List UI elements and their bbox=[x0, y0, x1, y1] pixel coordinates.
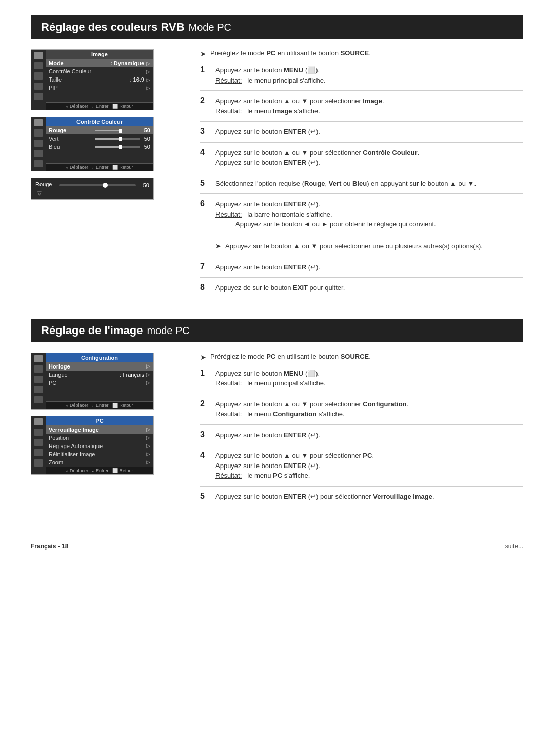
menu-row-reglage-auto: Réglage Automatique ▷ bbox=[46, 442, 153, 450]
section2-title: Réglage de l'image mode PC bbox=[31, 319, 523, 342]
menu-row-position: Position ▷ bbox=[46, 434, 153, 442]
section2-prereq: ➤ Préréglez le mode PC en utilisant le b… bbox=[200, 353, 523, 361]
section1-title-mode: Mode PC bbox=[189, 22, 231, 33]
menu-couleur-footer: ⬦ Déplacer ↵ Entrer ⬜ Retour bbox=[46, 163, 153, 171]
page-footer-container: Français - 18 suite... bbox=[31, 527, 523, 550]
section2-image: Réglage de l'image mode PC Configuration bbox=[31, 319, 523, 512]
menu-image-screenshot: Image Mode : Dynamique ▷ Contrôle Couleu… bbox=[31, 49, 154, 110]
menu-config-title: Configuration bbox=[46, 353, 153, 362]
section2-title-mode: mode PC bbox=[147, 325, 189, 337]
menu-config-footer: ⬦ Déplacer ↵ Entrer ⬜ Retour bbox=[46, 401, 153, 409]
section1-body: Image Mode : Dynamique ▷ Contrôle Couleu… bbox=[31, 49, 523, 303]
section1-left: Image Mode : Dynamique ▷ Contrôle Couleu… bbox=[31, 49, 185, 303]
menu-row-vert: Vert 50 bbox=[46, 134, 153, 143]
step-1-5: 5 Sélectionnez l'option requise (Rouge, … bbox=[200, 179, 523, 195]
menu-pc-footer: ⬦ Déplacer ↵ Entrer ⬜ Retour bbox=[46, 467, 153, 474]
step-1-8: 8 Appuyez de sur le bouton EXIT pour qui… bbox=[200, 283, 523, 298]
step-1-7: 7 Appuyez sur le bouton ENTER (↵). bbox=[200, 262, 523, 278]
step-1-6: 6 Appuyez sur le bouton ENTER (↵). Résul… bbox=[200, 199, 523, 257]
menu-pc-screenshot: PC Verrouillage Image ▷ Position ▷ Régla… bbox=[31, 416, 154, 475]
menu-row-zoom: Zoom ▷ bbox=[46, 458, 153, 467]
menu-couleur-screenshot: Contrôle Couleur Rouge 50 bbox=[31, 117, 154, 171]
section2-left: Configuration Horloge ▷ Langue : Françai… bbox=[31, 353, 185, 512]
suite-text: suite... bbox=[505, 542, 523, 550]
step-1-1: 1 Appuyez sur le bouton MENU (⬜). Résult… bbox=[200, 65, 523, 91]
step-2-5: 5 Appuyez sur le bouton ENTER (↵) pour s… bbox=[200, 492, 523, 507]
section1-title-bold: Réglage des couleurs RVB bbox=[41, 21, 185, 34]
menu-row-controle: Contrôle Couleur ▷ bbox=[46, 67, 153, 75]
section2-right: ➤ Préréglez le mode PC en utilisant le b… bbox=[200, 353, 523, 512]
step-1-4: 4 Appuyez sur le bouton ▲ ou ▼ pour séle… bbox=[200, 148, 523, 173]
menu-row-mode: Mode : Dynamique ▷ bbox=[46, 59, 153, 67]
slider-screenshot: Rouge 50 ▽ bbox=[31, 178, 154, 200]
step-2-4: 4 Appuyez sur le bouton ▲ ou ▼ pour séle… bbox=[200, 451, 523, 487]
section2-body: Configuration Horloge ▷ Langue : Françai… bbox=[31, 353, 523, 512]
menu-config-screenshot: Configuration Horloge ▷ Langue : Françai… bbox=[31, 353, 154, 410]
step-1-2: 2 Appuyez sur le bouton ▲ ou ▼ pour séle… bbox=[200, 96, 523, 122]
menu-row-rouge: Rouge 50 bbox=[46, 126, 153, 134]
menu-image-title: Image bbox=[46, 50, 153, 59]
menu-row-bleu: Bleu 50 bbox=[46, 143, 153, 151]
menu-row-langue: Langue : Français ▷ bbox=[46, 371, 153, 379]
step-1-3: 3 Appuyez sur le bouton ENTER (↵). bbox=[200, 127, 523, 143]
section1-prereq: ➤ Préréglez le mode PC en utilisant le b… bbox=[200, 49, 523, 58]
slider-value: 50 bbox=[139, 182, 149, 188]
section1-right: ➤ Préréglez le mode PC en utilisant le b… bbox=[200, 49, 523, 303]
section1-rvb: Réglage des couleurs RVB Mode PC Image bbox=[31, 15, 523, 303]
page-footer-label: Français - 18 bbox=[31, 542, 68, 550]
menu-row-pc: PC ▷ bbox=[46, 379, 153, 387]
step-2-3: 3 Appuyez sur le bouton ENTER (↵). bbox=[200, 430, 523, 446]
menu-row-pip: PIP ▷ bbox=[46, 84, 153, 92]
menu-image-footer: ⬦ Déplacer ↵ Entrer ⬜ Retour bbox=[46, 102, 153, 110]
step-2-2: 2 Appuyez sur le bouton ▲ ou ▼ pour séle… bbox=[200, 399, 523, 425]
step-2-1: 1 Appuyez sur le bouton MENU (⬜). Résult… bbox=[200, 369, 523, 394]
menu-pc-title: PC bbox=[46, 416, 153, 425]
menu-row-reinit: Réinitialiser Image ▷ bbox=[46, 450, 153, 458]
menu-row-taille: Taille : 16:9 ▷ bbox=[46, 75, 153, 84]
section1-title: Réglage des couleurs RVB Mode PC bbox=[31, 15, 523, 39]
menu-row-horloge: Horloge ▷ bbox=[46, 362, 153, 371]
menu-row-verrouillage: Verrouillage Image ▷ bbox=[46, 425, 153, 434]
section2-title-bold: Réglage de l'image bbox=[41, 324, 143, 337]
slider-label: Rouge bbox=[35, 181, 56, 187]
menu-couleur-title: Contrôle Couleur bbox=[46, 117, 153, 126]
